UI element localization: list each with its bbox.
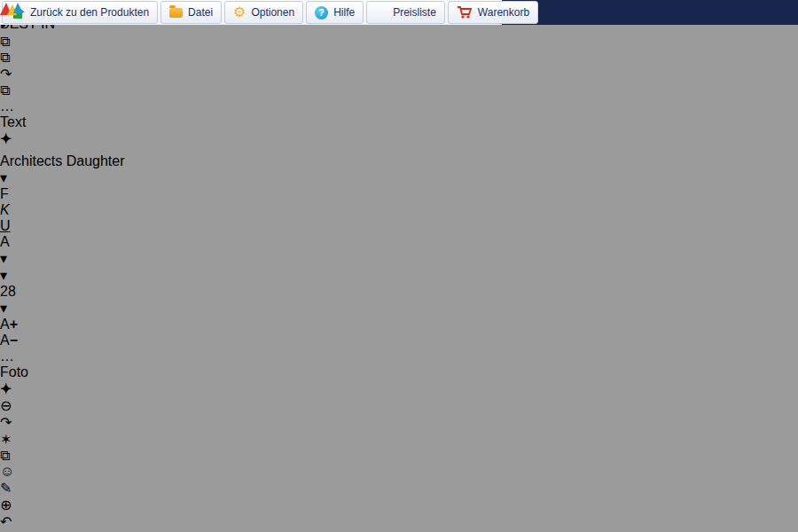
- layers-icon: ⧉: [0, 50, 10, 65]
- underline-button[interactable]: U: [0, 218, 21, 234]
- enhance-icon: ✶: [0, 432, 12, 447]
- options-label: Optionen: [251, 6, 294, 19]
- duplicate-icon: ⧉: [0, 448, 10, 463]
- pricelist-label: Preisliste: [393, 6, 436, 19]
- paste-button[interactable]: ⧉: [0, 34, 798, 50]
- help-icon: ?: [315, 6, 328, 20]
- file-button[interactable]: Datei: [160, 1, 222, 24]
- cart-label: Warenkorb: [478, 6, 529, 19]
- edit-photo-button[interactable]: ✎: [0, 480, 21, 497]
- help-label: Hilfe: [333, 6, 355, 19]
- italic-label: K: [0, 202, 10, 217]
- decrease-font-label: A−: [0, 332, 18, 348]
- decrease-font-button[interactable]: A−: [0, 332, 21, 348]
- editor-toolbar: ▦ ↶ ⧉ ⧉ ↷ ⧉ … Text ✦ Architects Daughter…: [0, 0, 798, 532]
- more-icon: …: [0, 348, 14, 364]
- add-photo-button[interactable]: ✦: [0, 380, 21, 397]
- photo-zoom-out-button[interactable]: ⊖: [0, 397, 21, 414]
- redo-button[interactable]: ↷: [0, 66, 798, 82]
- arrange-layers-button[interactable]: ⧉: [0, 50, 798, 66]
- font-family-value: Architects Daughter: [0, 153, 125, 168]
- font-size-select[interactable]: 28: [0, 284, 798, 300]
- folder-icon: [169, 8, 183, 18]
- more-icon: …: [0, 98, 14, 113]
- italic-button[interactable]: K: [0, 202, 21, 218]
- duplicate-photo-button[interactable]: ⧉: [0, 448, 21, 464]
- smiley-icon: ☺: [0, 464, 14, 479]
- more-text-tools-button[interactable]: …: [0, 348, 21, 364]
- brand-logo-icon: [0, 1, 34, 15]
- text-section-label: Text: [0, 114, 798, 130]
- cart-button[interactable]: Warenkorb: [448, 1, 538, 24]
- add-photo-icon: ✦: [0, 381, 12, 396]
- rotate-photo-ccw-button[interactable]: ↶: [0, 513, 21, 530]
- text-background-dropdown-icon[interactable]: ▾: [0, 267, 12, 284]
- edit-icon: ✎: [0, 481, 12, 496]
- foto-section-label: Foto: [0, 364, 798, 380]
- options-button[interactable]: ⚙ Optionen: [224, 1, 303, 24]
- pricelist-icon: [375, 6, 387, 19]
- back-to-products-label: Zurück zu den Produkten: [30, 6, 149, 19]
- increase-font-button[interactable]: A+: [0, 317, 21, 332]
- font-size-value: 28: [0, 284, 16, 299]
- cart-icon: [457, 6, 473, 19]
- increase-font-label: A+: [0, 317, 18, 332]
- file-label: Datei: [188, 6, 213, 19]
- fun-effects-button[interactable]: ☺: [0, 464, 21, 480]
- top-menu-bar: Zurück zu den Produkten Datei ⚙ Optionen…: [0, 0, 798, 25]
- text-style-button[interactable]: ✦: [0, 130, 798, 153]
- gear-icon: ⚙: [233, 5, 246, 20]
- rotate-ccw-icon: ↶: [0, 514, 12, 529]
- underline-label: U: [0, 218, 11, 233]
- rotate-photo-cw-button[interactable]: ↷: [0, 414, 21, 431]
- photo-zoom-in-icon: ⊕: [0, 497, 12, 512]
- pricelist-button[interactable]: Preisliste: [366, 1, 445, 24]
- redo-icon: ↷: [0, 66, 12, 82]
- font-color-button[interactable]: A: [0, 234, 20, 250]
- bold-button[interactable]: F: [0, 186, 21, 202]
- font-color-dropdown-icon[interactable]: ▾: [0, 250, 12, 267]
- photo-zoom-out-icon: ⊖: [0, 398, 12, 413]
- copy-icon: ⧉: [0, 82, 10, 98]
- photo-zoom-in-button[interactable]: ⊕: [0, 497, 21, 513]
- rotate-cw-icon: ↷: [0, 415, 12, 430]
- app-window: Zurück zu den Produkten Datei ⚙ Optionen…: [0, 0, 798, 532]
- font-family-dropdown-icon[interactable]: ▾: [0, 169, 798, 186]
- top-menu-buttons: Zurück zu den Produkten Datei ⚙ Optionen…: [0, 0, 502, 25]
- star-icon: ✦: [0, 131, 12, 146]
- help-button[interactable]: ? Hilfe: [306, 1, 364, 24]
- bold-label: F: [0, 186, 9, 201]
- font-family-select[interactable]: Architects Daughter: [0, 153, 798, 169]
- paste-icon: ⧉: [0, 34, 10, 49]
- more-edit-tools-button[interactable]: …: [0, 98, 798, 114]
- text-field-icon: ✦: [0, 131, 12, 146]
- auto-enhance-button[interactable]: ✶: [0, 431, 21, 448]
- copy-button[interactable]: ⧉: [0, 82, 798, 98]
- font-size-dropdown-icon[interactable]: ▾: [0, 300, 12, 317]
- font-color-label: A: [0, 234, 10, 249]
